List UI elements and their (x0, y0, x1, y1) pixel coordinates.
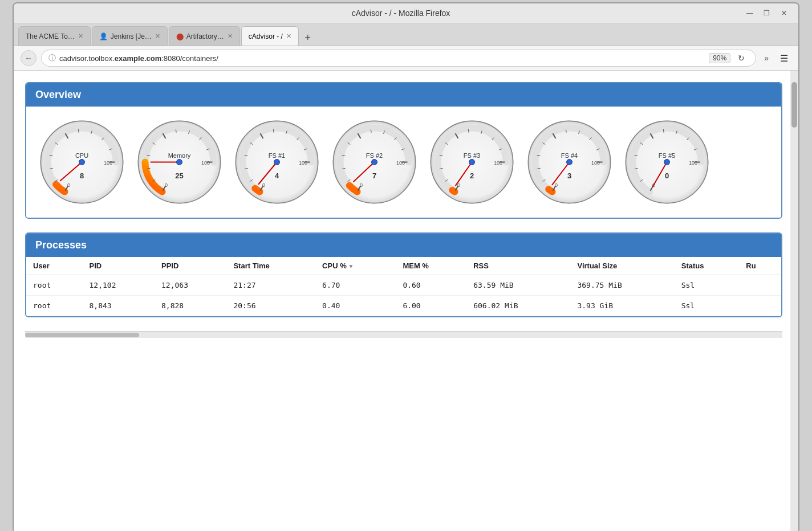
svg-point-17 (79, 160, 85, 165)
processes-table: UserPIDPPIDStart TimeCPU % ▼MEM %RSSVirt… (26, 257, 781, 316)
info-icon: ⓘ (48, 53, 56, 63)
cell-rss: 606.02 MiB (466, 296, 570, 316)
reload-button[interactable]: ↻ (734, 51, 749, 66)
svg-point-131 (664, 160, 670, 165)
gauges-row: 0 100 CPU 8 (38, 118, 770, 206)
address-bar: ← ⓘ cadvisor.toolbox.example.com:8080/co… (14, 46, 798, 71)
col-header-running: Ru (739, 257, 781, 275)
processes-body: UserPIDPPIDStart TimeCPU % ▼MEM %RSSVirt… (26, 257, 781, 316)
new-tab-button[interactable]: + (300, 30, 316, 46)
tab-acme-close[interactable]: ✕ (78, 32, 83, 40)
svg-line-103 (566, 129, 566, 133)
table-row: root8,8438,82820:560.406.00606.02 MiB3.9… (26, 296, 781, 316)
col-header-start_time: Start Time (226, 257, 315, 275)
minimize-button[interactable]: — (745, 8, 755, 18)
col-header-virtual_size: Virtual Size (570, 257, 674, 275)
cell-cpu_pct: 0.40 (315, 296, 396, 316)
cell-rss: 63.59 MiB (466, 275, 570, 296)
col-header-mem_pct: MEM % (396, 257, 466, 275)
svg-point-112 (567, 160, 573, 165)
url-bar[interactable]: ⓘ cadvisor.toolbox.example.com:8080/cont… (41, 50, 756, 67)
cell-running (739, 296, 781, 316)
back-button[interactable]: ← (21, 50, 36, 66)
tab-bar: The ACME To… ✕ 👤 Jenkins [Je… ✕ ⬤ Artifa… (14, 23, 798, 46)
processes-header: Processes (26, 234, 781, 257)
cell-status: Ssl (675, 275, 740, 296)
processes-tbody: root12,10212,06321:276.700.6063.59 MiB36… (26, 275, 781, 316)
gauge-memory: 0 100 Memory 25 (135, 118, 224, 206)
svg-line-27 (176, 129, 176, 133)
svg-text:0: 0 (665, 171, 669, 180)
processes-section: Processes UserPIDPPIDStart TimeCPU % ▼ME… (25, 232, 782, 317)
scrollbar-track[interactable] (790, 71, 798, 531)
tab-acme[interactable]: The ACME To… ✕ (18, 26, 91, 46)
tab-jenkins-icon: 👤 (99, 32, 108, 40)
svg-text:7: 7 (372, 171, 376, 180)
svg-text:100: 100 (104, 160, 112, 166)
gauge-fs4-display: 0 100 FS #4 3 (525, 118, 614, 206)
cell-cpu_pct: 6.70 (315, 275, 396, 296)
cell-running (739, 275, 781, 296)
processes-thead: UserPIDPPIDStart TimeCPU % ▼MEM %RSSVirt… (26, 257, 781, 275)
tab-artifactory[interactable]: ⬤ Artifactory… ✕ (169, 26, 240, 46)
tab-jenkins-close[interactable]: ✕ (155, 32, 160, 40)
svg-line-46 (273, 129, 274, 133)
gauge-fs3-display: 0 100 FS #3 2 (428, 118, 516, 206)
svg-text:4: 4 (275, 171, 279, 180)
zoom-level: 90% (709, 53, 730, 63)
col-header-cpu_pct[interactable]: CPU % ▼ (315, 257, 396, 275)
tab-cadvisor-close[interactable]: ✕ (286, 32, 291, 40)
svg-text:8: 8 (80, 171, 84, 180)
tab-jenkins[interactable]: 👤 Jenkins [Je… ✕ (92, 26, 168, 46)
cell-start_time: 21:27 (226, 275, 315, 296)
tab-cadvisor[interactable]: cAdvisor - / ✕ (241, 26, 299, 46)
table-row: root12,10212,06321:276.700.6063.59 MiB36… (26, 275, 781, 296)
gauge-fs1-display: 0 100 FS #1 4 (233, 118, 321, 206)
cell-user: root (26, 275, 83, 296)
cell-virtual_size: 369.75 MiB (570, 275, 674, 296)
window-title: cAdvisor - / - Mozilla Firefox (352, 9, 450, 18)
gauge-fs1: 0 100 FS #1 4 (233, 118, 321, 206)
svg-text:CPU: CPU (75, 152, 88, 159)
svg-text:FS #3: FS #3 (464, 152, 480, 159)
svg-line-84 (468, 129, 469, 133)
menu-button[interactable]: ☰ (777, 51, 791, 66)
window-controls: — ❐ ✕ (745, 8, 789, 18)
scrollbar-thumb[interactable] (791, 82, 797, 128)
cell-ppid: 12,063 (155, 275, 226, 296)
gauge-fs5: 0 100 FS #5 0 (623, 118, 711, 206)
col-header-pid: PID (83, 257, 155, 275)
svg-text:100: 100 (591, 160, 600, 166)
overview-body: 0 100 CPU 8 (26, 107, 781, 218)
tab-jenkins-label: Jenkins [Je… (111, 32, 152, 40)
cell-ppid: 8,828 (155, 296, 226, 316)
tab-artifactory-icon: ⬤ (176, 32, 184, 40)
gauge-fs4: 0 100 FS #4 3 (525, 118, 614, 206)
overflow-button[interactable]: » (761, 51, 772, 65)
close-button[interactable]: ✕ (779, 8, 789, 18)
svg-text:100: 100 (494, 160, 502, 166)
tab-cadvisor-label: cAdvisor - / (249, 32, 283, 40)
col-header-ppid: PPID (155, 257, 226, 275)
h-scrollbar-thumb[interactable] (25, 333, 139, 337)
title-bar: cAdvisor - / - Mozilla Firefox — ❐ ✕ (14, 3, 798, 23)
gauge-cpu-display: 0 100 CPU 8 (38, 118, 126, 206)
svg-text:0: 0 (360, 182, 363, 188)
tab-artifactory-close[interactable]: ✕ (228, 32, 233, 40)
cell-virtual_size: 3.93 GiB (570, 296, 674, 316)
cell-status: Ssl (675, 296, 740, 316)
svg-point-55 (274, 160, 280, 165)
cell-start_time: 20:56 (226, 296, 315, 316)
gauge-cpu: 0 100 CPU 8 (38, 118, 126, 206)
horizontal-scrollbar[interactable] (25, 331, 782, 338)
cell-pid: 12,102 (83, 275, 155, 296)
restore-button[interactable]: ❐ (762, 8, 772, 18)
gauge-fs3: 0 100 FS #3 2 (428, 118, 516, 206)
col-header-rss: RSS (466, 257, 570, 275)
gauge-fs5-display: 0 100 FS #5 0 (623, 118, 711, 206)
svg-text:100: 100 (689, 160, 697, 166)
gauge-fs2: 0 100 FS #2 7 (330, 118, 419, 206)
sort-icon[interactable]: ▼ (347, 263, 354, 269)
svg-text:0: 0 (165, 182, 168, 188)
url-text: cadvisor.toolbox.example.com:8080/contai… (59, 54, 705, 63)
